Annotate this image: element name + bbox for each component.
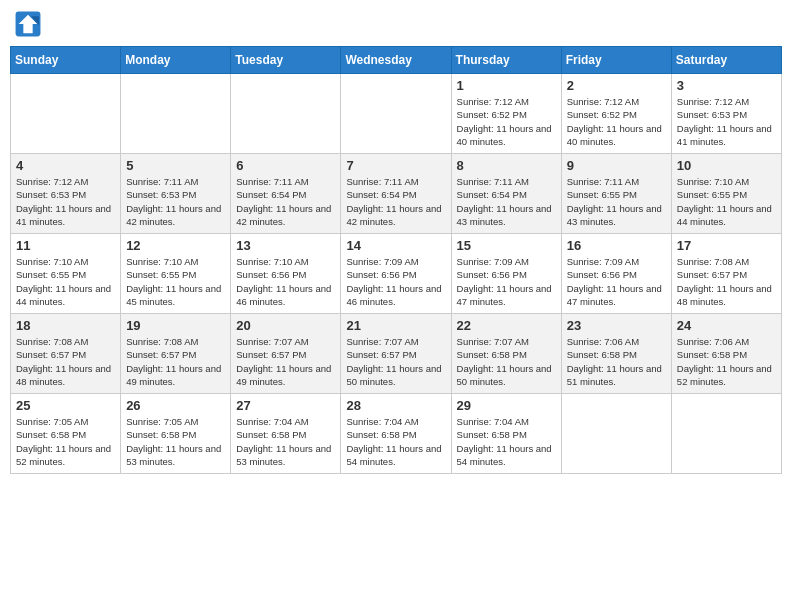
calendar-cell: 22Sunrise: 7:07 AM Sunset: 6:58 PM Dayli… [451,314,561,394]
calendar-cell: 26Sunrise: 7:05 AM Sunset: 6:58 PM Dayli… [121,394,231,474]
calendar-cell: 14Sunrise: 7:09 AM Sunset: 6:56 PM Dayli… [341,234,451,314]
page-header [10,10,782,38]
cell-info: Sunrise: 7:07 AM Sunset: 6:58 PM Dayligh… [457,335,556,388]
col-header-saturday: Saturday [671,47,781,74]
cell-info: Sunrise: 7:10 AM Sunset: 6:55 PM Dayligh… [16,255,115,308]
col-header-thursday: Thursday [451,47,561,74]
calendar-cell [121,74,231,154]
day-number: 3 [677,78,776,93]
day-number: 26 [126,398,225,413]
day-number: 4 [16,158,115,173]
calendar-cell: 3Sunrise: 7:12 AM Sunset: 6:53 PM Daylig… [671,74,781,154]
day-number: 12 [126,238,225,253]
cell-info: Sunrise: 7:08 AM Sunset: 6:57 PM Dayligh… [16,335,115,388]
cell-info: Sunrise: 7:07 AM Sunset: 6:57 PM Dayligh… [236,335,335,388]
cell-info: Sunrise: 7:09 AM Sunset: 6:56 PM Dayligh… [346,255,445,308]
calendar-cell: 21Sunrise: 7:07 AM Sunset: 6:57 PM Dayli… [341,314,451,394]
calendar-cell [341,74,451,154]
calendar-cell: 28Sunrise: 7:04 AM Sunset: 6:58 PM Dayli… [341,394,451,474]
calendar-cell [231,74,341,154]
calendar-cell [11,74,121,154]
cell-info: Sunrise: 7:04 AM Sunset: 6:58 PM Dayligh… [457,415,556,468]
col-header-tuesday: Tuesday [231,47,341,74]
calendar-cell: 2Sunrise: 7:12 AM Sunset: 6:52 PM Daylig… [561,74,671,154]
cell-info: Sunrise: 7:04 AM Sunset: 6:58 PM Dayligh… [346,415,445,468]
cell-info: Sunrise: 7:11 AM Sunset: 6:54 PM Dayligh… [346,175,445,228]
calendar-cell: 11Sunrise: 7:10 AM Sunset: 6:55 PM Dayli… [11,234,121,314]
day-number: 16 [567,238,666,253]
calendar-week-4: 25Sunrise: 7:05 AM Sunset: 6:58 PM Dayli… [11,394,782,474]
cell-info: Sunrise: 7:05 AM Sunset: 6:58 PM Dayligh… [126,415,225,468]
day-number: 11 [16,238,115,253]
calendar-cell: 24Sunrise: 7:06 AM Sunset: 6:58 PM Dayli… [671,314,781,394]
cell-info: Sunrise: 7:11 AM Sunset: 6:55 PM Dayligh… [567,175,666,228]
day-number: 1 [457,78,556,93]
cell-info: Sunrise: 7:05 AM Sunset: 6:58 PM Dayligh… [16,415,115,468]
calendar-cell: 29Sunrise: 7:04 AM Sunset: 6:58 PM Dayli… [451,394,561,474]
calendar-cell [561,394,671,474]
day-number: 29 [457,398,556,413]
calendar-cell: 5Sunrise: 7:11 AM Sunset: 6:53 PM Daylig… [121,154,231,234]
cell-info: Sunrise: 7:11 AM Sunset: 6:54 PM Dayligh… [457,175,556,228]
calendar-cell: 17Sunrise: 7:08 AM Sunset: 6:57 PM Dayli… [671,234,781,314]
day-number: 22 [457,318,556,333]
cell-info: Sunrise: 7:11 AM Sunset: 6:53 PM Dayligh… [126,175,225,228]
calendar-cell: 25Sunrise: 7:05 AM Sunset: 6:58 PM Dayli… [11,394,121,474]
day-number: 20 [236,318,335,333]
day-number: 27 [236,398,335,413]
calendar-week-2: 11Sunrise: 7:10 AM Sunset: 6:55 PM Dayli… [11,234,782,314]
day-number: 5 [126,158,225,173]
calendar-week-0: 1Sunrise: 7:12 AM Sunset: 6:52 PM Daylig… [11,74,782,154]
calendar-cell: 23Sunrise: 7:06 AM Sunset: 6:58 PM Dayli… [561,314,671,394]
cell-info: Sunrise: 7:10 AM Sunset: 6:55 PM Dayligh… [677,175,776,228]
day-number: 2 [567,78,666,93]
day-number: 19 [126,318,225,333]
cell-info: Sunrise: 7:09 AM Sunset: 6:56 PM Dayligh… [457,255,556,308]
col-header-wednesday: Wednesday [341,47,451,74]
calendar-cell: 8Sunrise: 7:11 AM Sunset: 6:54 PM Daylig… [451,154,561,234]
day-number: 15 [457,238,556,253]
day-number: 17 [677,238,776,253]
calendar-cell: 7Sunrise: 7:11 AM Sunset: 6:54 PM Daylig… [341,154,451,234]
calendar-cell: 18Sunrise: 7:08 AM Sunset: 6:57 PM Dayli… [11,314,121,394]
calendar-table: SundayMondayTuesdayWednesdayThursdayFrid… [10,46,782,474]
day-number: 10 [677,158,776,173]
calendar-header-row: SundayMondayTuesdayWednesdayThursdayFrid… [11,47,782,74]
calendar-cell [671,394,781,474]
day-number: 21 [346,318,445,333]
calendar-cell: 16Sunrise: 7:09 AM Sunset: 6:56 PM Dayli… [561,234,671,314]
cell-info: Sunrise: 7:09 AM Sunset: 6:56 PM Dayligh… [567,255,666,308]
cell-info: Sunrise: 7:12 AM Sunset: 6:53 PM Dayligh… [16,175,115,228]
day-number: 24 [677,318,776,333]
cell-info: Sunrise: 7:07 AM Sunset: 6:57 PM Dayligh… [346,335,445,388]
day-number: 7 [346,158,445,173]
cell-info: Sunrise: 7:12 AM Sunset: 6:52 PM Dayligh… [567,95,666,148]
calendar-cell: 27Sunrise: 7:04 AM Sunset: 6:58 PM Dayli… [231,394,341,474]
calendar-cell: 19Sunrise: 7:08 AM Sunset: 6:57 PM Dayli… [121,314,231,394]
col-header-friday: Friday [561,47,671,74]
day-number: 8 [457,158,556,173]
day-number: 25 [16,398,115,413]
cell-info: Sunrise: 7:10 AM Sunset: 6:55 PM Dayligh… [126,255,225,308]
day-number: 18 [16,318,115,333]
cell-info: Sunrise: 7:08 AM Sunset: 6:57 PM Dayligh… [126,335,225,388]
day-number: 14 [346,238,445,253]
day-number: 28 [346,398,445,413]
day-number: 13 [236,238,335,253]
col-header-monday: Monday [121,47,231,74]
calendar-cell: 9Sunrise: 7:11 AM Sunset: 6:55 PM Daylig… [561,154,671,234]
col-header-sunday: Sunday [11,47,121,74]
cell-info: Sunrise: 7:12 AM Sunset: 6:53 PM Dayligh… [677,95,776,148]
cell-info: Sunrise: 7:11 AM Sunset: 6:54 PM Dayligh… [236,175,335,228]
calendar-cell: 13Sunrise: 7:10 AM Sunset: 6:56 PM Dayli… [231,234,341,314]
day-number: 6 [236,158,335,173]
cell-info: Sunrise: 7:06 AM Sunset: 6:58 PM Dayligh… [677,335,776,388]
calendar-cell: 12Sunrise: 7:10 AM Sunset: 6:55 PM Dayli… [121,234,231,314]
calendar-week-1: 4Sunrise: 7:12 AM Sunset: 6:53 PM Daylig… [11,154,782,234]
day-number: 9 [567,158,666,173]
calendar-cell: 1Sunrise: 7:12 AM Sunset: 6:52 PM Daylig… [451,74,561,154]
calendar-cell: 20Sunrise: 7:07 AM Sunset: 6:57 PM Dayli… [231,314,341,394]
calendar-cell: 15Sunrise: 7:09 AM Sunset: 6:56 PM Dayli… [451,234,561,314]
calendar-cell: 4Sunrise: 7:12 AM Sunset: 6:53 PM Daylig… [11,154,121,234]
calendar-cell: 6Sunrise: 7:11 AM Sunset: 6:54 PM Daylig… [231,154,341,234]
